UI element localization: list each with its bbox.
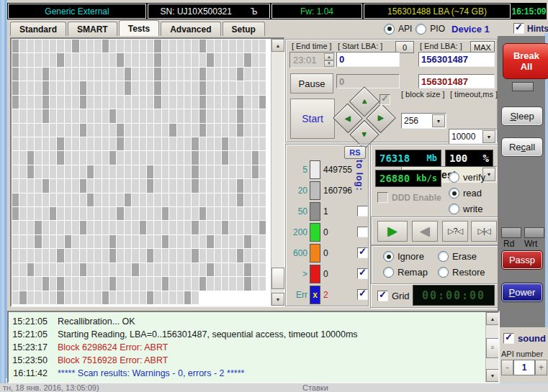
grid-cell — [199, 109, 206, 122]
tab-advanced[interactable]: Advanced — [161, 22, 220, 36]
remap-radio[interactable] — [383, 267, 394, 278]
log-scroll-thumb[interactable]: ≡ — [486, 338, 499, 358]
grid-cell — [215, 40, 221, 53]
grid-cell — [222, 96, 228, 109]
legend-log-checkbox[interactable] — [357, 247, 368, 258]
tab-tests[interactable]: Tests — [119, 20, 159, 36]
grid-cell — [229, 179, 235, 192]
grid-cell — [94, 165, 101, 178]
grid-cell — [229, 263, 235, 276]
grid-cell — [35, 291, 41, 304]
grid-cell — [72, 263, 78, 276]
passp-button[interactable]: Passp — [501, 250, 543, 270]
end-lba-input[interactable] — [418, 52, 495, 67]
legend-count: 0 — [323, 227, 328, 237]
log-scroll-down-button[interactable]: ▼ — [486, 369, 499, 382]
legend-log-checkbox[interactable] — [357, 289, 368, 300]
seek-end-button[interactable]: ▷|◁ — [471, 221, 497, 242]
grid-cell — [42, 109, 49, 122]
start-lba-input[interactable] — [336, 52, 400, 67]
pause-button[interactable]: Pause — [290, 73, 333, 94]
log-entry: 16:11:42***** Scan results: Warnings - 0… — [9, 367, 485, 380]
joystick-checkbox[interactable] — [379, 94, 390, 105]
spin-up-icon[interactable]: ▲ — [324, 53, 334, 60]
grid-cell — [132, 109, 138, 122]
sound-checkbox[interactable] — [503, 333, 514, 344]
grid-cell — [102, 68, 109, 81]
grid-cell — [222, 221, 228, 234]
grid-cell — [140, 235, 146, 248]
ddd-enable-checkbox[interactable] — [377, 192, 388, 203]
end-time-spinner[interactable]: 23:01 ▲▼ — [289, 52, 336, 68]
end-time-spin-buttons[interactable]: ▲▼ — [324, 53, 334, 67]
hints-checkbox[interactable] — [513, 23, 524, 34]
ignore-radio[interactable] — [383, 251, 394, 262]
grid-cell — [215, 137, 221, 150]
timeout-select[interactable]: 10000 ▼ — [449, 129, 497, 145]
legend-log-checkbox[interactable] — [357, 206, 368, 216]
log-scrollbar[interactable]: ▲ ≡ ▼ — [485, 312, 498, 382]
grid-cell — [147, 165, 153, 178]
recall-button[interactable]: Recall — [501, 137, 543, 157]
legend-log-checkbox[interactable] — [357, 227, 368, 237]
read-radio[interactable] — [449, 188, 459, 199]
verify-radio[interactable] — [449, 172, 459, 183]
grid-cell — [177, 124, 184, 137]
dropdown-arrow-icon[interactable]: ▼ — [432, 114, 445, 127]
grid-cell — [237, 249, 243, 262]
api-radio[interactable] — [384, 24, 395, 35]
dropdown-arrow-icon[interactable]: ▼ — [482, 130, 495, 143]
seek-question-button[interactable]: ▷?◁ — [442, 221, 468, 242]
grid-toggle-group: Grid — [377, 291, 410, 301]
grid-scroll-up-button[interactable]: ▲ — [271, 39, 284, 52]
grid-cell — [222, 81, 228, 94]
grid-cell — [237, 96, 243, 109]
grid-cell — [50, 165, 56, 178]
pio-radio[interactable] — [416, 24, 426, 35]
play-button[interactable]: ▶ — [377, 221, 408, 242]
grid-cell — [215, 249, 221, 262]
legend-log-checkbox[interactable] — [357, 268, 368, 279]
grid-cell — [50, 263, 56, 276]
grid-cell — [169, 124, 176, 137]
grid-cell — [102, 137, 109, 150]
grid-cell — [57, 96, 63, 109]
grid-scroll-down-button[interactable]: ▼ — [271, 293, 284, 306]
legend-count: 1 — [323, 206, 328, 216]
grid-cell — [65, 151, 71, 164]
tab-standard[interactable]: Standard — [10, 22, 66, 36]
write-radio[interactable] — [449, 204, 459, 214]
grid-cell — [87, 235, 94, 248]
power-button[interactable]: Power — [501, 283, 543, 302]
tab-setup[interactable]: Setup — [223, 22, 265, 36]
tab-smart[interactable]: SMART — [68, 22, 117, 36]
log-scroll-up-button[interactable]: ▲ — [486, 312, 499, 325]
spin-down-icon[interactable]: ▼ — [324, 60, 334, 68]
speed-lcd: 26880 kb/s — [375, 170, 441, 187]
grid-cell — [237, 165, 243, 178]
erase-radio[interactable] — [438, 251, 449, 262]
grid-cell — [147, 137, 153, 150]
grid-cell — [177, 137, 184, 150]
block-size-select[interactable]: 256 ▼ — [401, 113, 446, 129]
api-number-minus-button[interactable]: - — [501, 360, 513, 375]
back-button[interactable]: ◀ — [412, 221, 438, 242]
grid-scrollbar[interactable]: ▲ ▼ — [271, 39, 284, 306]
sleep-button[interactable]: Sleep — [501, 106, 543, 126]
rs-button[interactable]: RS — [344, 146, 366, 159]
restore-radio[interactable] — [438, 267, 449, 278]
grid-cell — [207, 81, 213, 94]
start-button[interactable]: Start — [290, 99, 335, 139]
grid-scroll-thumb[interactable] — [271, 268, 284, 289]
grid-checkbox[interactable] — [377, 291, 388, 301]
grid-cell — [162, 193, 169, 206]
grid-cell — [50, 40, 56, 53]
break-all-button[interactable]: Break All — [503, 43, 548, 79]
grid-cell — [12, 96, 19, 109]
grid-cell — [94, 137, 101, 150]
api-number-plus-button[interactable]: + — [535, 360, 547, 375]
grid-cell — [19, 263, 26, 276]
grid-cell — [237, 193, 243, 206]
grid-cell — [125, 165, 131, 178]
grid-cell — [35, 40, 41, 53]
